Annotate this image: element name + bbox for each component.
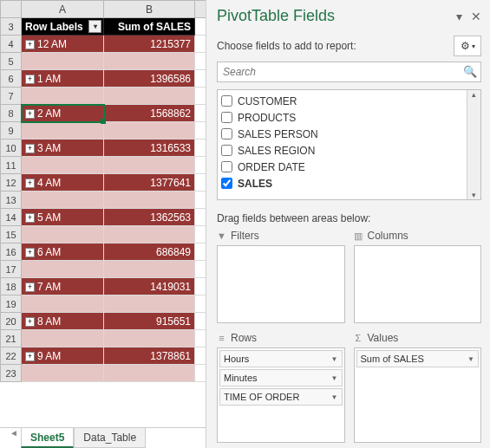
area-field-pill[interactable]: Sum of SALES▼ (356, 350, 480, 367)
expand-icon[interactable]: + (25, 109, 35, 119)
cell[interactable] (104, 295, 195, 313)
field-checkbox[interactable] (221, 128, 232, 140)
row-header[interactable]: 15 (1, 226, 22, 243)
cell[interactable] (22, 122, 104, 140)
cell[interactable] (22, 330, 104, 347)
pivot-row-value[interactable]: 1215377 (104, 36, 195, 53)
pivot-header-rowlabels[interactable]: Row Labels▾ (22, 18, 104, 36)
col-header-a[interactable]: A (22, 1, 104, 18)
cell[interactable] (104, 330, 195, 347)
sheet-tab-datatable[interactable]: Data_Table (74, 428, 146, 448)
pivot-row-value[interactable]: 1568862 (104, 105, 195, 122)
row-header[interactable]: 3 (1, 18, 22, 36)
row-header[interactable]: 20 (1, 313, 22, 330)
expand-icon[interactable]: + (25, 40, 35, 49)
row-header[interactable]: 19 (1, 295, 22, 313)
selection-handle[interactable] (101, 119, 106, 124)
expand-icon[interactable]: + (25, 248, 35, 257)
cell[interactable] (22, 157, 104, 174)
area-field-pill[interactable]: TIME OF ORDER▼ (219, 388, 343, 406)
row-header[interactable]: 4 (1, 36, 22, 53)
pivot-row-value[interactable]: 1362563 (104, 209, 195, 226)
cell[interactable] (22, 192, 104, 209)
scroll-down-icon[interactable]: ▾ (472, 191, 476, 199)
pivot-row-value[interactable]: 1377641 (104, 174, 195, 192)
col-header-b[interactable]: B (104, 1, 195, 18)
row-header[interactable]: 9 (1, 122, 22, 140)
drop-rows[interactable]: Hours▼Minutes▼TIME OF ORDER▼ (217, 347, 345, 443)
row-header[interactable]: 10 (1, 140, 22, 157)
cell[interactable] (22, 226, 104, 243)
cell[interactable] (104, 226, 195, 243)
cell[interactable] (22, 261, 104, 278)
field-row[interactable]: SALES REGION (221, 142, 477, 159)
filter-dropdown-icon[interactable]: ▾ (88, 20, 101, 33)
cell[interactable] (22, 88, 104, 105)
fields-search-input[interactable] (217, 62, 481, 82)
field-row[interactable]: CUSTOMER (221, 93, 477, 109)
row-header[interactable]: 12 (1, 174, 22, 192)
chevron-down-icon[interactable]: ▼ (331, 374, 338, 382)
row-header[interactable]: 23 (1, 365, 22, 382)
field-checkbox[interactable] (221, 145, 232, 156)
cell[interactable] (104, 261, 195, 278)
row-header[interactable]: 7 (1, 88, 22, 105)
row-header[interactable]: 21 (1, 330, 22, 347)
field-row[interactable]: SALES PERSON (221, 126, 477, 142)
area-field-pill[interactable]: Hours▼ (219, 350, 343, 367)
row-header[interactable]: 8 (1, 105, 22, 122)
fields-scrollbar[interactable]: ▴ ▾ (467, 90, 480, 199)
drop-values[interactable]: Sum of SALES▼ (354, 347, 482, 443)
pane-close-icon[interactable]: ✕ (471, 10, 481, 23)
expand-icon[interactable]: + (25, 144, 35, 153)
pivot-row-label[interactable]: +2 AM (22, 105, 104, 122)
grid[interactable]: A B 3Row Labels▾Sum of SALES4+12 AM12153… (0, 0, 206, 382)
pivot-row-value[interactable]: 1378861 (104, 347, 195, 365)
expand-icon[interactable]: + (25, 282, 35, 292)
cell[interactable] (104, 365, 195, 382)
row-header[interactable]: 14 (1, 209, 22, 226)
row-header[interactable]: 6 (1, 70, 22, 88)
pivot-row-value[interactable]: 686849 (104, 243, 195, 261)
tab-nav-left-icon[interactable]: ◄ (3, 428, 24, 438)
cell[interactable] (22, 295, 104, 313)
row-header[interactable]: 13 (1, 192, 22, 209)
expand-icon[interactable]: + (25, 352, 35, 361)
field-checkbox[interactable] (221, 95, 232, 107)
field-row[interactable]: SALES (221, 175, 477, 192)
drop-filters[interactable] (217, 245, 345, 323)
pane-options-icon[interactable]: ▾ (456, 10, 462, 23)
expand-icon[interactable]: + (25, 179, 35, 188)
field-row[interactable]: PRODUCTS (221, 109, 477, 126)
pivot-row-label[interactable]: +5 AM (22, 209, 104, 226)
field-checkbox[interactable] (221, 178, 232, 189)
pivot-row-label[interactable]: +1 AM (22, 70, 104, 88)
cell[interactable] (104, 53, 195, 70)
cell[interactable] (104, 157, 195, 174)
scroll-up-icon[interactable]: ▴ (472, 90, 476, 99)
field-row[interactable]: ORDER DATE (221, 159, 477, 175)
chevron-down-icon[interactable]: ▼ (331, 393, 338, 401)
cell[interactable] (104, 192, 195, 209)
pivot-row-value[interactable]: 1396586 (104, 70, 195, 88)
row-header[interactable]: 17 (1, 261, 22, 278)
pivot-row-label[interactable]: +9 AM (22, 347, 104, 365)
pivot-row-label[interactable]: +4 AM (22, 174, 104, 192)
pivot-row-label[interactable]: +3 AM (22, 140, 104, 157)
pivot-row-value[interactable]: 1419031 (104, 278, 195, 295)
drop-columns[interactable] (354, 245, 482, 323)
area-field-pill[interactable]: Minutes▼ (219, 369, 343, 386)
pivot-row-label[interactable]: +8 AM (22, 313, 104, 330)
row-header[interactable]: 16 (1, 243, 22, 261)
row-header[interactable]: 11 (1, 157, 22, 174)
chevron-down-icon[interactable]: ▼ (467, 355, 474, 363)
row-header[interactable]: 5 (1, 53, 22, 70)
cell[interactable] (104, 88, 195, 105)
chevron-down-icon[interactable]: ▼ (331, 355, 338, 363)
cell[interactable] (22, 365, 104, 382)
row-header[interactable]: 18 (1, 278, 22, 295)
row-header[interactable]: 22 (1, 347, 22, 365)
pivot-row-value[interactable]: 1316533 (104, 140, 195, 157)
pivot-header-sumsales[interactable]: Sum of SALES (104, 18, 195, 36)
expand-icon[interactable]: + (25, 317, 35, 327)
